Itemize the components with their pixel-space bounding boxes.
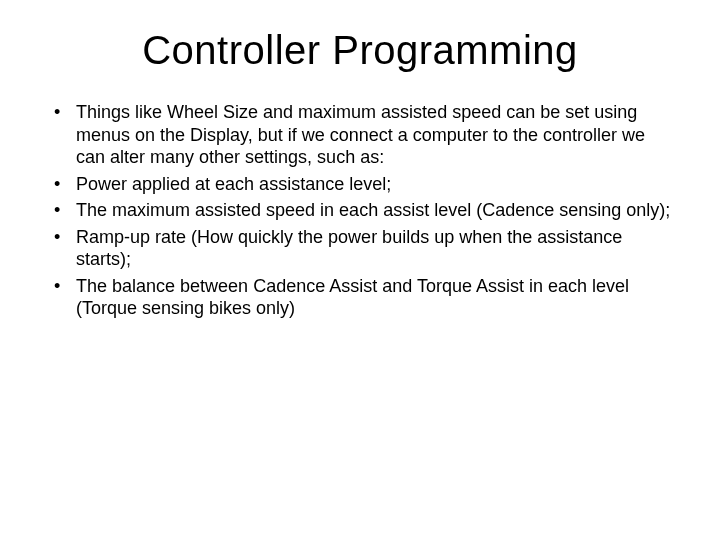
bullet-text: Ramp-up rate (How quickly the power buil…	[76, 227, 622, 270]
bullet-text: The balance between Cadence Assist and T…	[76, 276, 629, 319]
list-item: Things like Wheel Size and maximum assis…	[48, 101, 672, 169]
bullet-text: Power applied at each assistance level;	[76, 174, 391, 194]
list-item: Ramp-up rate (How quickly the power buil…	[48, 226, 672, 271]
bullet-text: Things like Wheel Size and maximum assis…	[76, 102, 645, 167]
list-item: The balance between Cadence Assist and T…	[48, 275, 672, 320]
bullet-text: The maximum assisted speed in each assis…	[76, 200, 670, 220]
slide-title: Controller Programming	[40, 28, 680, 73]
list-item: Power applied at each assistance level;	[48, 173, 672, 196]
bullet-list: Things like Wheel Size and maximum assis…	[40, 101, 680, 320]
list-item: The maximum assisted speed in each assis…	[48, 199, 672, 222]
slide: Controller Programming Things like Wheel…	[0, 0, 720, 540]
